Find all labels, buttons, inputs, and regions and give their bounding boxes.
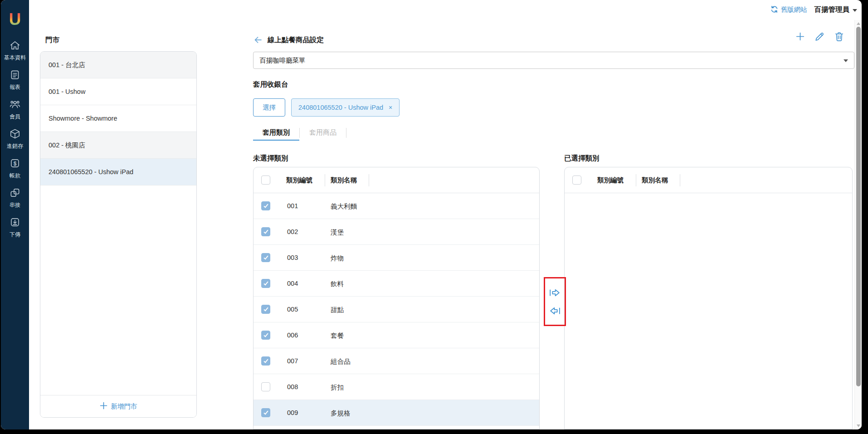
sidebar-item-integration[interactable]: 串接	[4, 187, 26, 209]
account-name: 百揚管理員	[814, 5, 850, 15]
store-label: 002 - 桃園店	[49, 141, 85, 150]
sidebar-item-reports[interactable]: 報表	[4, 69, 26, 91]
sidebar-item-payments[interactable]: $ 帳款	[4, 157, 26, 180]
row-checkbox[interactable]	[261, 279, 270, 288]
sidebar-item-download[interactable]: 下傳	[4, 216, 26, 239]
sidebar-item-label: 會員	[10, 113, 20, 121]
table-row[interactable]: 002 漢堡	[254, 219, 539, 245]
sidebar-item-label: 帳款	[10, 172, 20, 180]
store-list: 001 - 台北店 001 - Ushow Showmore - Showmor…	[40, 52, 196, 185]
stores-title: 門市	[45, 35, 59, 45]
dollar-icon: $	[9, 157, 21, 171]
old-site-link[interactable]: 舊版網站	[770, 5, 807, 15]
column-divider	[325, 174, 325, 186]
store-list-item[interactable]: 001 - Ushow	[40, 78, 196, 105]
home-icon	[9, 39, 21, 53]
sidebar-item-label: 串接	[10, 201, 20, 209]
chevron-down-icon	[853, 9, 857, 12]
page-scrollbar[interactable]	[854, 20, 862, 429]
selected-title: 已選擇類別	[564, 154, 600, 163]
sidebar-item-inventory[interactable]: 進銷存	[4, 128, 26, 150]
brand-logo[interactable]: U	[9, 11, 21, 28]
store-list-item[interactable]: 002 - 桃園店	[40, 132, 196, 159]
account-menu[interactable]: 百揚管理員	[814, 5, 858, 15]
row-checkbox[interactable]	[261, 408, 270, 417]
sidebar-item-label: 進銷存	[7, 142, 23, 150]
tag-close-icon[interactable]: ×	[389, 104, 392, 111]
row-checkbox[interactable]	[261, 227, 270, 236]
column-header-code: 類別編號	[597, 176, 624, 185]
category-code: 005	[287, 306, 298, 313]
row-checkbox[interactable]	[261, 253, 270, 262]
move-right-button[interactable]	[548, 287, 561, 299]
move-left-button[interactable]	[548, 305, 561, 317]
store-label: 001 - 台北店	[49, 61, 85, 69]
table-row[interactable]: 005 甜點	[254, 297, 539, 322]
sidebar-item-basic-data[interactable]: 基本資料	[4, 39, 26, 62]
table-row[interactable]: 001 義大利麵	[254, 193, 539, 219]
link-icon	[9, 187, 21, 200]
store-list-item[interactable]: 001 - 台北店	[40, 52, 196, 78]
back-button[interactable]	[253, 35, 263, 47]
page-title: 線上點餐商品設定	[268, 35, 324, 45]
table-row[interactable]: 008 折扣	[254, 374, 539, 400]
table-row[interactable]: 009 多規格	[254, 400, 539, 426]
register-section-label: 套用收銀台	[253, 80, 288, 89]
store-label: 001 - Ushow	[49, 88, 85, 95]
column-header-code: 類別編號	[286, 176, 312, 185]
store-list-item[interactable]: 240801065520 - Ushow iPad	[40, 159, 196, 185]
tab-apply-category[interactable]: 套用類別	[253, 127, 299, 141]
category-code: 003	[287, 254, 298, 261]
table-row[interactable]: 007 組合品	[254, 348, 539, 374]
selected-table-header: 類別編號 類別名稱	[565, 167, 852, 193]
select-caret-icon	[844, 59, 848, 62]
table-row[interactable]: 006 套餐	[254, 322, 539, 348]
annotation-highlight-box	[544, 277, 566, 326]
stores-panel: 001 - 台北店 001 - Ushow Showmore - Showmor…	[40, 51, 197, 418]
delete-button[interactable]	[834, 31, 845, 43]
sidebar-item-label: 報表	[10, 83, 20, 91]
add-store-label: 新增門市	[111, 402, 137, 411]
select-all-checkbox[interactable]	[261, 176, 270, 185]
people-icon	[9, 98, 21, 112]
scrollbar-up-arrow[interactable]	[857, 22, 860, 25]
row-checkbox[interactable]	[261, 382, 270, 391]
store-label: Showmore - Showmore	[49, 115, 117, 122]
choose-button-label: 選擇	[263, 103, 276, 112]
category-code: 006	[287, 332, 298, 339]
category-name: 炸物	[331, 254, 344, 263]
category-code: 002	[287, 228, 298, 235]
sidebar-item-label: 下傳	[10, 231, 20, 239]
register-tag-label: 240801065520 - Ushow iPad	[298, 104, 383, 111]
tab-bar: 套用類別 套用商品	[253, 127, 346, 141]
choose-register-button[interactable]: 選擇	[253, 98, 285, 117]
edit-button[interactable]	[814, 31, 826, 43]
column-divider	[680, 174, 680, 186]
row-checkbox[interactable]	[261, 356, 270, 366]
sidebar-item-members[interactable]: 會員	[4, 98, 26, 121]
row-checkbox[interactable]	[261, 305, 270, 314]
refresh-icon	[770, 5, 778, 15]
table-row[interactable]: 003 炸物	[254, 245, 539, 271]
category-name: 義大利麵	[331, 202, 357, 211]
category-code: 001	[287, 202, 298, 210]
unselected-table-body: 001 義大利麵 002 漢堡 003 炸物 004	[254, 193, 539, 426]
app-window: U 基本資料 報表 會員	[1, 0, 862, 429]
scrollbar-thumb[interactable]	[856, 27, 861, 386]
select-all-checkbox[interactable]	[572, 176, 581, 185]
column-divider	[369, 174, 369, 186]
store-list-item[interactable]: Showmore - Showmore	[40, 105, 196, 132]
store-label: 240801065520 - Ushow iPad	[49, 168, 133, 176]
table-row[interactable]: 004 飲料	[254, 271, 539, 297]
column-header-name: 類別名稱	[642, 176, 668, 185]
report-icon	[9, 69, 21, 83]
add-store-button[interactable]: 新增門市	[40, 395, 196, 417]
row-checkbox[interactable]	[261, 331, 270, 340]
add-button[interactable]	[795, 31, 806, 43]
tab-apply-product[interactable]: 套用商品	[300, 127, 346, 141]
category-code: 004	[287, 280, 298, 287]
menu-select[interactable]: 百揚咖啡廳菜單	[253, 52, 854, 69]
scrollbar-down-arrow[interactable]	[857, 424, 860, 427]
row-checkbox[interactable]	[261, 201, 270, 210]
plus-icon	[100, 402, 107, 411]
